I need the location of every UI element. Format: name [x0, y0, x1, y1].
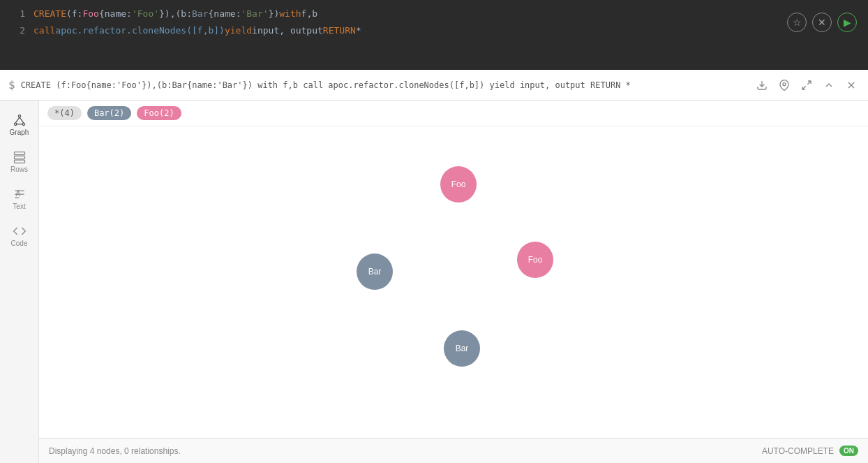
x-icon	[846, 80, 857, 91]
download-button[interactable]	[754, 77, 770, 94]
line-number-2: 2	[8, 22, 25, 39]
expand-icon	[801, 80, 812, 91]
rows-label: Rows	[10, 166, 28, 173]
node-foo-2[interactable]: Foo	[517, 242, 553, 278]
status-bar: Displaying 4 nodes, 0 relationships. AUT…	[39, 438, 868, 463]
fn-name: apoc.refactor.cloneNodes([f,b])	[55, 22, 225, 39]
collapse-icon	[823, 80, 835, 91]
query-text: CREATE (f:Foo{name:'Foo'}),(b:Bar{name:'…	[21, 80, 754, 90]
text-label: Text	[13, 203, 25, 210]
graph-canvas[interactable]: Foo Bar Foo Bar	[39, 131, 868, 438]
editor-toolbar: ☆ ✕ ▶	[787, 13, 857, 32]
close-button[interactable]: ✕	[812, 13, 832, 32]
line-number-1: 1	[8, 6, 25, 22]
graph-area: *(4) Bar(2) Foo(2) Foo Bar Foo Bar	[39, 101, 868, 463]
run-button[interactable]: ▶	[837, 13, 857, 32]
keyword-yield: yield	[225, 22, 252, 39]
svg-point-8	[22, 123, 24, 125]
tag-all[interactable]: *(4)	[47, 106, 82, 120]
autocomplete-label: AUTO-COMPLETE	[762, 446, 834, 456]
node-foo-1[interactable]: Foo	[440, 166, 477, 203]
keyword-with: with	[279, 6, 301, 22]
autocomplete-state[interactable]: ON	[839, 446, 858, 456]
svg-line-3	[802, 86, 806, 89]
keyword-call: call	[33, 22, 55, 39]
svg-point-6	[18, 115, 20, 117]
svg-rect-12	[14, 152, 24, 155]
code-label: Code	[11, 240, 28, 247]
filter-bar: *(4) Bar(2) Foo(2)	[39, 101, 868, 126]
dismiss-button[interactable]	[843, 77, 860, 94]
rows-icon	[13, 150, 27, 164]
expand-button[interactable]	[798, 77, 815, 94]
tag-bar[interactable]: Bar(2)	[87, 106, 131, 120]
keyword-create: CREATE	[33, 6, 66, 22]
svg-text:A: A	[15, 189, 20, 198]
svg-rect-13	[14, 156, 24, 159]
graph-label: Graph	[10, 128, 29, 136]
sidebar-item-code[interactable]: Code	[0, 217, 38, 254]
node-bar-2[interactable]: Bar	[444, 330, 480, 367]
line1-content1: (f:	[66, 6, 82, 22]
download-icon	[756, 80, 768, 91]
code-editor[interactable]: 1 CREATE (f:Foo{name:'Foo'}),(b:Bar{name…	[0, 0, 868, 70]
code-icon	[13, 224, 27, 238]
svg-line-10	[20, 117, 24, 123]
collapse-button[interactable]	[821, 77, 837, 94]
main-content: Graph Rows A Text Code	[0, 101, 868, 463]
svg-point-7	[14, 123, 16, 125]
node-bar-1[interactable]: Bar	[357, 253, 393, 290]
sidebar-item-rows[interactable]: Rows	[0, 143, 38, 180]
svg-line-9	[15, 117, 20, 123]
svg-rect-14	[14, 160, 24, 163]
status-text: Displaying 4 nodes, 0 relationships.	[49, 446, 181, 456]
svg-point-1	[783, 82, 786, 85]
editor-line-2: 2 call apoc.refactor.cloneNodes([f,b]) y…	[8, 22, 860, 39]
sidebar-item-graph[interactable]: Graph	[0, 106, 38, 143]
pin-icon	[779, 80, 790, 91]
svg-line-2	[807, 81, 811, 84]
close-icon: ✕	[818, 17, 826, 28]
sidebar: Graph Rows A Text Code	[0, 101, 39, 463]
star-icon: ☆	[793, 17, 802, 28]
query-actions	[754, 77, 860, 94]
dollar-sign: $	[8, 78, 15, 91]
query-bar: $ CREATE (f:Foo{name:'Foo'}),(b:Bar{name…	[0, 70, 868, 101]
pin-button[interactable]	[776, 77, 793, 94]
star-button[interactable]: ☆	[787, 13, 807, 32]
play-icon: ▶	[844, 17, 851, 28]
keyword-return: RETURN	[323, 22, 356, 39]
graph-icon	[13, 113, 27, 127]
editor-line-1: 1 CREATE (f:Foo{name:'Foo'}),(b:Bar{name…	[8, 6, 860, 22]
text-icon: A	[13, 187, 27, 201]
tag-foo[interactable]: Foo(2)	[137, 106, 181, 120]
sidebar-item-text[interactable]: A Text	[0, 180, 38, 217]
autocomplete-toggle[interactable]: AUTO-COMPLETE ON	[762, 446, 858, 456]
